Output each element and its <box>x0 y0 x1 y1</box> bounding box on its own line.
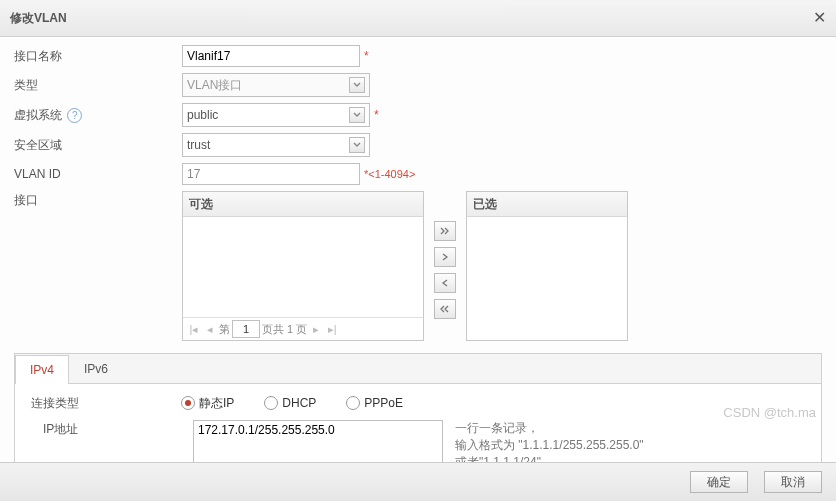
pager-suffix: 页共 1 页 <box>262 321 307 338</box>
zone-select-value: trust <box>187 136 210 154</box>
available-list-body <box>183 217 423 317</box>
available-header: 可选 <box>183 192 423 217</box>
required-mark: * <box>364 47 369 65</box>
chevron-down-icon <box>349 77 365 93</box>
page-next-icon[interactable]: ▸ <box>309 321 323 338</box>
titlebar: 修改VLAN ✕ <box>0 0 836 37</box>
vsys-select[interactable]: public <box>182 103 370 127</box>
ip-hint: 一行一条记录， 输入格式为 "1.1.1.1/255.255.255.0" 或者… <box>455 420 644 462</box>
vlan-id-label: VLAN ID <box>14 165 182 183</box>
tab-ipv4-body: 连接类型 静态IP DHCP PPPoE IP地址 一行一条记录， 输入格式为 … <box>15 384 821 462</box>
tab-ipv6[interactable]: IPv6 <box>69 354 123 383</box>
ok-button[interactable]: 确定 <box>690 471 748 493</box>
available-listbox[interactable]: 可选 |◂ ◂ 第 页共 1 页 ▸ ▸| <box>182 191 424 341</box>
vlan-id-input <box>182 163 360 185</box>
radio-pppoe[interactable]: PPPoE <box>346 394 403 412</box>
page-prev-icon[interactable]: ◂ <box>203 321 217 338</box>
selected-listbox[interactable]: 已选 <box>466 191 628 341</box>
radio-icon <box>346 396 360 410</box>
ip-address-textarea[interactable] <box>193 420 443 462</box>
dialog-footer: 确定 取消 <box>0 462 836 501</box>
type-select-value: VLAN接口 <box>187 76 242 94</box>
cancel-button[interactable]: 取消 <box>764 471 822 493</box>
help-icon[interactable]: ? <box>67 108 82 123</box>
vlan-id-hint: *<1-4094> <box>364 166 415 183</box>
tab-ipv4[interactable]: IPv4 <box>15 355 69 384</box>
connection-type-label: 连接类型 <box>31 394 181 412</box>
ip-tabs-panel: IPv4 IPv6 连接类型 静态IP DHCP PPPoE IP地址 一行一 <box>14 353 822 462</box>
radio-dhcp[interactable]: DHCP <box>264 394 316 412</box>
tabs: IPv4 IPv6 <box>15 354 821 384</box>
move-all-left-button[interactable] <box>434 299 456 319</box>
type-select: VLAN接口 <box>182 73 370 97</box>
ip-address-label: IP地址 <box>31 420 193 438</box>
required-mark: * <box>374 106 379 124</box>
move-all-right-button[interactable] <box>434 221 456 241</box>
dialog-title: 修改VLAN <box>10 9 67 27</box>
vsys-label: 虚拟系统 ? <box>14 106 182 124</box>
connection-type-radios: 静态IP DHCP PPPoE <box>181 394 403 412</box>
zone-label: 安全区域 <box>14 136 182 154</box>
dialog-body: 接口名称 * 类型 VLAN接口 虚拟系统 ? public * 安全区域 <box>0 37 836 462</box>
vsys-select-value: public <box>187 106 218 124</box>
radio-icon <box>181 396 195 410</box>
move-right-button[interactable] <box>434 247 456 267</box>
type-label: 类型 <box>14 76 182 94</box>
page-first-icon[interactable]: |◂ <box>187 321 201 338</box>
shuttle-buttons <box>434 221 456 341</box>
zone-select[interactable]: trust <box>182 133 370 157</box>
move-left-button[interactable] <box>434 273 456 293</box>
selected-list-body <box>467 217 627 340</box>
pager-prefix: 第 <box>219 321 230 338</box>
chevron-down-icon <box>349 137 365 153</box>
port-label: 接口 <box>14 191 182 209</box>
page-last-icon[interactable]: ▸| <box>325 321 339 338</box>
close-icon[interactable]: ✕ <box>813 6 826 30</box>
page-number-input[interactable] <box>232 320 260 338</box>
chevron-down-icon <box>349 107 365 123</box>
modify-vlan-dialog: 修改VLAN ✕ 接口名称 * 类型 VLAN接口 虚拟系统 ? public <box>0 0 836 501</box>
pager: |◂ ◂ 第 页共 1 页 ▸ ▸| <box>183 317 423 340</box>
interface-name-input[interactable] <box>182 45 360 67</box>
radio-static[interactable]: 静态IP <box>181 394 234 412</box>
selected-header: 已选 <box>467 192 627 217</box>
interface-name-label: 接口名称 <box>14 47 182 65</box>
port-shuttle: 可选 |◂ ◂ 第 页共 1 页 ▸ ▸| <box>182 191 628 341</box>
radio-icon <box>264 396 278 410</box>
